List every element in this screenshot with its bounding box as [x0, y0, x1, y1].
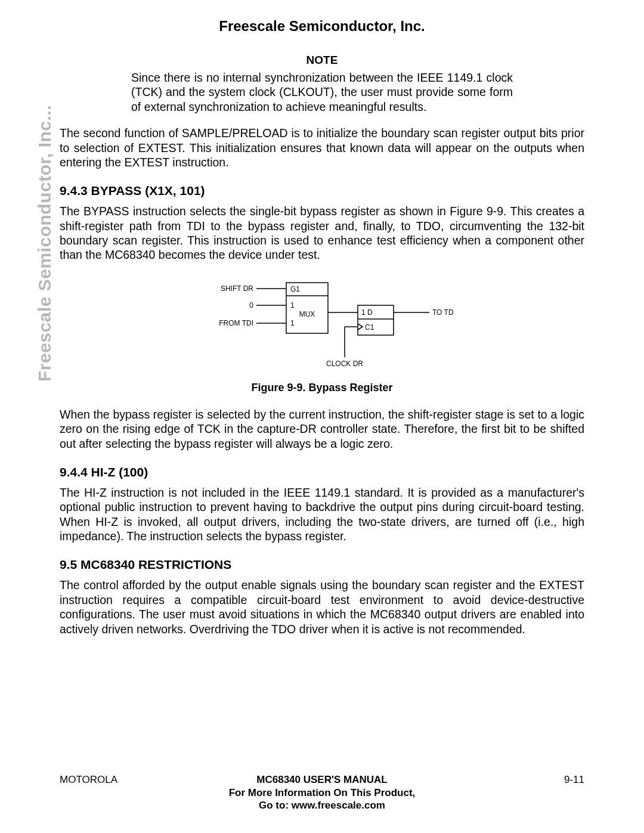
label-totdo: TO TDO	[432, 308, 453, 317]
footer-info-line1: For More Information On This Product,	[60, 787, 584, 799]
paragraph-bypass: The BYPASS instruction selects the singl…	[60, 204, 584, 262]
label-one-b: 1	[290, 319, 295, 327]
label-g1: G1	[290, 285, 300, 293]
paragraph-restrictions: The control afforded by the output enabl…	[60, 578, 584, 636]
side-watermark: Freescale Semiconductor, Inc...	[35, 105, 55, 382]
footer-info-line2: Go to: www.freescale.com	[60, 800, 584, 812]
label-oned: 1 D	[361, 308, 373, 317]
label-fromtdi: FROM TDI	[219, 319, 253, 327]
heading-hiz: 9.4.4 HI-Z (100)	[60, 465, 584, 479]
label-mux: MUX	[299, 310, 315, 318]
paragraph-hiz: The HI-Z instruction is not included in …	[60, 485, 584, 544]
label-zero: 0	[249, 301, 253, 309]
heading-restrictions: 9.5 MC68340 RESTRICTIONS	[60, 558, 584, 572]
paragraph-sample-preload: The second function of SAMPLE/PRELOAD is…	[60, 126, 584, 169]
page-header: Freescale Semiconductor, Inc.	[60, 18, 584, 35]
figure-caption: Figure 9-9. Bypass Register	[60, 382, 584, 394]
heading-bypass: 9.4.3 BYPASS (X1X, 101)	[60, 184, 584, 198]
note-label: NOTE	[60, 54, 584, 67]
label-shiftdr: SHIFT DR	[221, 284, 253, 293]
document-page: Freescale Semiconductor, Inc. NOTE Since…	[0, 0, 644, 833]
note-body: Since there is no internal synchronizati…	[131, 70, 513, 114]
footer-left: MOTOROLA	[60, 774, 149, 786]
label-c1: C1	[365, 323, 374, 332]
footer-center: MC68340 USER'S MANUAL	[149, 774, 495, 786]
paragraph-bypass-2: When the bypass register is selected by …	[60, 407, 584, 451]
label-one-a: 1	[290, 301, 295, 309]
page-footer: MOTOROLA MC68340 USER'S MANUAL 9-11 For …	[60, 774, 584, 812]
bypass-register-diagram-icon: SHIFT DR 0 FROM TDI G1 1 1 MUX 1 D C1 TO…	[191, 277, 453, 372]
figure-bypass-register: SHIFT DR 0 FROM TDI G1 1 1 MUX 1 D C1 TO…	[60, 277, 584, 372]
label-clockdr: CLOCK DR	[326, 360, 363, 368]
footer-right: 9-11	[495, 774, 584, 786]
